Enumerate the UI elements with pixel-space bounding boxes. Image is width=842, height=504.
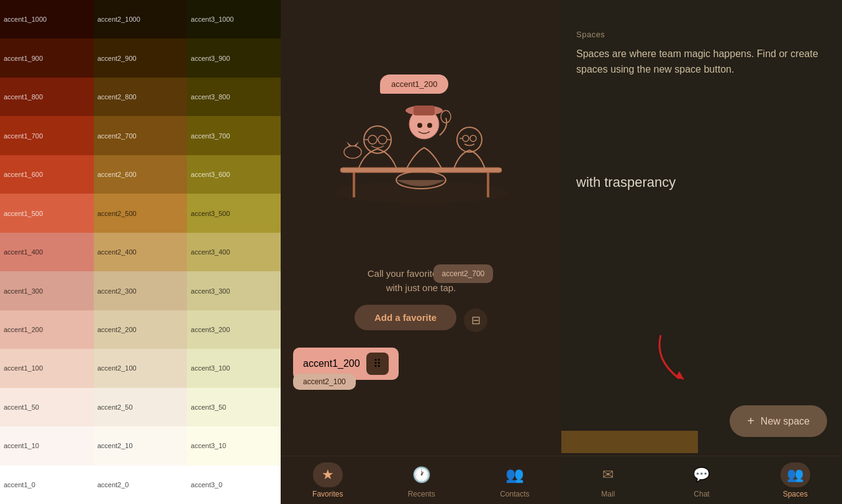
svg-marker-13	[354, 142, 359, 146]
svg-point-6	[368, 135, 377, 144]
swatch-label-6-2: accent3_400	[191, 248, 230, 256]
swatch-label-10-2: accent3_50	[191, 403, 226, 411]
swatch-cell-9-1: accent2_100	[94, 349, 188, 387]
swatch-label-8-1: accent2_200	[97, 326, 137, 333]
group-illustration	[322, 43, 520, 217]
add-favorite-button[interactable]: Add a favorite	[355, 305, 456, 330]
swatch-cell-5-1: accent2_500	[94, 194, 188, 232]
swatch-label-2-2: accent3_800	[191, 93, 230, 101]
bubble-accent2-100: accent2_100	[293, 374, 356, 390]
spaces-panel: Spaces Spaces are where team magic happe…	[561, 0, 842, 504]
swatch-label-4-1: accent2_600	[97, 171, 137, 178]
mail-tab-label: Mail	[601, 490, 615, 498]
swatch-cell-6-0: accent1_400	[0, 233, 94, 271]
svg-point-11	[344, 146, 361, 158]
swatch-label-4-0: accent1_600	[4, 171, 43, 178]
tab-spaces[interactable]: 👥 Spaces	[781, 462, 810, 498]
swatch-label-12-1: accent2_0	[97, 481, 129, 488]
new-space-label: New space	[761, 416, 810, 427]
tab-favorites[interactable]: ★ Favorites	[312, 462, 343, 498]
swatch-label-0-0: accent1_1000	[4, 16, 47, 23]
swatch-cell-7-0: accent1_300	[0, 271, 94, 310]
swatch-cell-8-0: accent1_200	[0, 310, 94, 349]
swatch-row-11: accent1_10accent2_10accent3_10	[0, 426, 281, 465]
swatch-label-11-0: accent1_10	[4, 442, 39, 449]
chat-tab-icon: 💬	[687, 462, 717, 487]
swatch-label-1-2: accent3_900	[191, 55, 230, 62]
swatch-cell-7-2: accent3_300	[187, 271, 281, 310]
svg-point-22	[470, 135, 476, 142]
mail-tab-icon: ✉	[593, 462, 623, 487]
new-space-button[interactable]: + New space	[730, 405, 827, 437]
swatch-row-9: accent1_100accent2_100accent3_100	[0, 349, 281, 387]
swatch-row-7: accent1_300accent2_300accent3_300	[0, 271, 281, 310]
swatch-label-10-1: accent2_50	[97, 403, 133, 411]
swatch-cell-10-1: accent2_50	[94, 388, 188, 426]
add-favorite-label: Add a favorite	[374, 312, 437, 323]
tab-contacts[interactable]: 👥 Contacts	[500, 462, 530, 498]
tab-mail[interactable]: ✉ Mail	[593, 462, 623, 498]
swatch-cell-2-2: accent3_800	[187, 78, 281, 116]
spaces-section-title: Spaces	[576, 30, 827, 39]
swatch-cell-1-2: accent3_900	[187, 38, 281, 77]
swatch-label-9-1: accent2_100	[97, 364, 137, 372]
swatch-label-1-0: accent1_900	[4, 55, 43, 62]
swatch-label-8-2: accent3_200	[191, 326, 230, 333]
swatch-cell-8-1: accent2_200	[94, 310, 188, 349]
swatch-label-11-2: accent3_10	[191, 442, 226, 449]
swatch-label-5-0: accent1_500	[4, 210, 43, 217]
swatch-cell-6-2: accent3_400	[187, 233, 281, 271]
swatch-cell-1-1: accent2_900	[94, 38, 188, 77]
tab-chat[interactable]: 💬 Chat	[687, 462, 717, 498]
svg-point-19	[441, 110, 451, 123]
contacts-tab-label: Contacts	[500, 490, 529, 498]
illustration-area: accent1_200	[281, 0, 561, 261]
swatch-row-5: accent1_500accent2_500accent3_500	[0, 194, 281, 232]
swatch-cell-0-2: accent3_1000	[187, 0, 281, 38]
svg-point-21	[463, 135, 469, 142]
swatch-label-9-2: accent3_100	[191, 364, 230, 372]
swatch-row-12: accent1_0accent2_0accent3_0	[0, 466, 281, 504]
swatch-cell-3-1: accent2_700	[94, 116, 188, 155]
swatch-row-0: accent1_1000accent2_1000accent3_1000	[0, 0, 281, 38]
swatch-cell-11-1: accent2_10	[94, 426, 188, 465]
plus-icon: +	[747, 414, 754, 428]
spaces-bottom-bubble	[561, 431, 698, 453]
spaces-tab-bar: ✉ Mail 💬 Chat 👥 Spaces	[561, 456, 842, 504]
swatch-cell-5-0: accent1_500	[0, 194, 94, 232]
bubble-bottom-label: accent1_200	[303, 358, 360, 369]
svg-point-20	[457, 127, 482, 152]
bubble-accent2-700: accent2_700	[433, 264, 494, 283]
swatch-label-5-2: accent3_500	[191, 210, 230, 217]
favorites-tab-label: Favorites	[312, 490, 343, 498]
tab-recents[interactable]: 🕐 Recents	[407, 462, 437, 498]
swatch-cell-9-2: accent3_100	[187, 349, 281, 387]
swatch-label-6-0: accent1_400	[4, 248, 43, 256]
svg-point-18	[427, 123, 432, 128]
spaces-tab-label: Spaces	[783, 490, 808, 498]
swatch-cell-11-2: accent3_10	[187, 426, 281, 465]
swatch-cell-5-2: accent3_500	[187, 194, 281, 232]
add-favorite-row[interactable]: Add a favorite ⊟	[355, 305, 487, 335]
swatch-cell-4-0: accent1_600	[0, 155, 94, 194]
svg-rect-2	[353, 173, 355, 197]
swatch-label-4-2: accent3_600	[191, 171, 230, 178]
swatch-cell-12-0: accent1_0	[0, 466, 94, 504]
recents-tab-icon: 🕐	[407, 462, 437, 487]
swatch-cell-1-0: accent1_900	[0, 38, 94, 77]
swatch-row-6: accent1_400accent2_400accent3_400	[0, 233, 281, 271]
swatch-cell-10-2: accent3_50	[187, 388, 281, 426]
swatch-cell-2-0: accent1_800	[0, 78, 94, 116]
favorites-panel: accent1_200	[281, 0, 561, 504]
swatch-label-3-2: accent3_700	[191, 132, 230, 140]
svg-rect-3	[487, 173, 489, 197]
favorites-tab-indicator: ★	[313, 462, 343, 487]
swatch-row-10: accent1_50accent2_50accent3_50	[0, 388, 281, 426]
swatch-label-7-1: accent2_300	[97, 287, 137, 295]
description-text2: with just one tap.	[386, 282, 456, 293]
spaces-header: Spaces Spaces are where team magic happe…	[561, 0, 842, 88]
swatch-label-0-1: accent2_1000	[97, 16, 140, 23]
recents-tab-label: Recents	[408, 490, 435, 498]
swatch-cell-7-1: accent2_300	[94, 271, 188, 310]
swatch-cell-4-2: accent3_600	[187, 155, 281, 194]
